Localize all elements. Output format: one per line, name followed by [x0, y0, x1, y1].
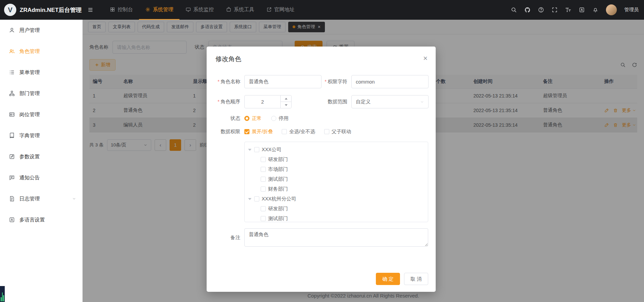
user-icon [9, 27, 15, 33]
checkbox-icon [244, 129, 249, 134]
cancel-button[interactable]: 取 消 [404, 273, 428, 285]
roles-icon [9, 48, 15, 54]
stepper-up-button[interactable] [281, 95, 291, 102]
radio-status-disabled[interactable]: 停用 [271, 115, 289, 122]
book-icon [9, 132, 15, 139]
role-order-label: *角色顺序 [207, 99, 244, 105]
search-icon[interactable] [511, 7, 517, 13]
checkbox-icon[interactable] [261, 216, 266, 221]
checkbox-icon[interactable] [254, 196, 259, 201]
confirm-button[interactable]: 确 定 [376, 273, 400, 285]
tree-node[interactable]: 研发部门 [245, 155, 428, 164]
external-link-icon [266, 7, 272, 12]
chevron-down-icon [420, 100, 424, 104]
bell-icon[interactable] [592, 7, 598, 13]
sidebar-item-dicts[interactable]: 字典管理 [0, 125, 82, 146]
tree-node[interactable]: 测试部门 [245, 214, 428, 222]
data-scope-select[interactable]: 自定义 [351, 95, 429, 108]
dashboard-icon [110, 7, 115, 12]
menu-list-icon [9, 69, 15, 75]
radio-dot [244, 116, 249, 121]
sidebar-item-logs[interactable]: 日志管理 [0, 188, 82, 209]
perm-char-label: *权限字符 [321, 78, 351, 85]
checkbox-parent-child-link[interactable]: 父子联动 [324, 128, 351, 135]
checkbox-select-all[interactable]: 全选/全不选 [282, 128, 315, 135]
dept-tree: XXX公司 研发部门 市场部门 测试部门 财务部门 [244, 142, 428, 222]
perm-char-input[interactable] [351, 75, 429, 88]
chevron-down-icon [72, 197, 76, 201]
data-scope-label: 数据范围 [321, 99, 351, 105]
remark-label: 备注 [207, 234, 244, 241]
checkbox-icon [282, 129, 287, 134]
role-name-input[interactable] [244, 75, 321, 88]
nav-system-manage[interactable]: 系统管理 [139, 0, 179, 20]
checkbox-icon[interactable] [261, 167, 266, 172]
status-label: 状态 [207, 115, 244, 122]
radio-status-normal[interactable]: 正常 [244, 115, 262, 122]
tree-node[interactable]: XXX公司 [245, 145, 428, 155]
close-icon[interactable]: × [423, 55, 428, 62]
role-order-stepper[interactable]: 2 [244, 95, 292, 108]
caret-down-icon[interactable] [247, 147, 252, 153]
checkbox-icon[interactable] [261, 157, 266, 162]
tree-node[interactable]: 财务部门 [245, 184, 428, 194]
sidebar-item-languages[interactable]: 多语言设置 [0, 209, 82, 230]
app-title: ZRAdmin.NET后台管理 [20, 6, 82, 14]
username[interactable]: 管理员 [624, 7, 639, 13]
data-perm-label: 数据权限 [207, 128, 244, 135]
app-logo[interactable]: V ZRAdmin.NET后台管理 [0, 4, 83, 16]
language-icon[interactable] [579, 7, 585, 13]
radio-dot [271, 116, 276, 121]
header-actions: 管理员 [511, 4, 644, 15]
sidebar-item-params[interactable]: 参数设置 [0, 146, 82, 167]
gear-icon [145, 7, 151, 12]
tree-node[interactable]: XXX杭州分公司 [245, 194, 428, 204]
github-icon[interactable] [524, 7, 530, 13]
log-file-icon [9, 196, 15, 202]
checkbox-icon[interactable] [261, 186, 266, 192]
dialog-title: 修改角色 [215, 55, 241, 64]
edit-square-icon [9, 154, 15, 160]
sidebar-item-menus[interactable]: 菜单管理 [0, 62, 82, 83]
tree-node[interactable]: 市场部门 [245, 164, 428, 174]
edit-role-dialog: 修改角色 × *角色名称 *权限字符 *角色顺序 2 数据范围 [207, 47, 436, 292]
nav-console[interactable]: 控制台 [104, 0, 139, 20]
sidebar-item-notices[interactable]: 通知公告 [0, 167, 82, 188]
help-icon[interactable] [538, 7, 544, 13]
checkbox-icon[interactable] [261, 177, 266, 182]
tree-node[interactable]: 研发部门 [245, 204, 428, 214]
checkbox-expand-collapse[interactable]: 展开/折叠 [244, 128, 273, 135]
nav-website[interactable]: 官网地址 [260, 0, 301, 20]
sidebar: 用户管理 角色管理 菜单管理 部门管理 岗位管理 字典管理 参数设置 通知公告 … [0, 20, 83, 302]
logo-icon: V [4, 4, 16, 16]
nav-system-tools[interactable]: 系统工具 [220, 0, 260, 20]
id-badge-icon [9, 111, 15, 118]
top-header: V ZRAdmin.NET后台管理 控制台 系统管理 系统监控 系统工具 官网地… [0, 0, 644, 20]
role-name-label: *角色名称 [207, 78, 244, 85]
checkbox-icon[interactable] [261, 206, 266, 211]
remark-textarea[interactable]: 普通角色 [244, 228, 428, 247]
sidebar-item-users[interactable]: 用户管理 [0, 20, 82, 41]
monitor-widget[interactable] [0, 286, 5, 302]
font-size-icon[interactable] [565, 7, 571, 13]
language-icon [9, 217, 15, 223]
hamburger-icon[interactable] [87, 7, 93, 13]
org-tree-icon [9, 90, 15, 96]
toolbox-icon [226, 7, 231, 12]
tree-node[interactable]: 测试部门 [245, 174, 428, 184]
message-icon [9, 175, 15, 181]
stepper-down-button[interactable] [281, 102, 291, 108]
nav-system-monitor[interactable]: 系统监控 [179, 0, 220, 20]
monitor-icon [186, 7, 191, 12]
avatar[interactable] [606, 4, 617, 15]
fullscreen-icon[interactable] [552, 7, 558, 13]
sidebar-item-roles[interactable]: 角色管理 [0, 41, 82, 62]
sidebar-item-posts[interactable]: 岗位管理 [0, 104, 82, 125]
checkbox-icon [324, 129, 329, 134]
checkbox-icon[interactable] [254, 147, 259, 152]
top-nav: 控制台 系统管理 系统监控 系统工具 官网地址 [104, 0, 301, 20]
caret-down-icon[interactable] [247, 196, 252, 202]
sidebar-item-depts[interactable]: 部门管理 [0, 83, 82, 104]
